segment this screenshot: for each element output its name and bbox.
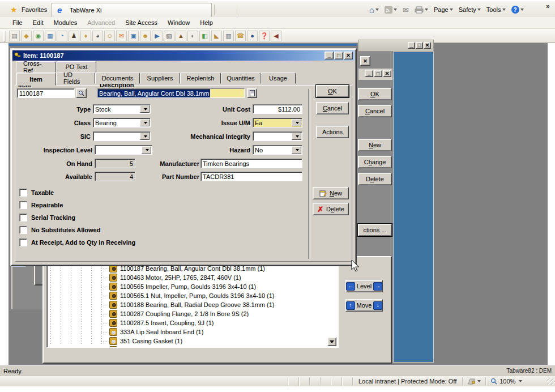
close-icon[interactable]: ✕	[424, 42, 431, 49]
receive-hand-icon[interactable]: ▶	[152, 31, 163, 41]
zoom-control[interactable]: 100%	[486, 378, 527, 385]
chevron-down-icon[interactable]	[140, 105, 150, 113]
chevron-down-icon[interactable]	[142, 146, 151, 154]
type-select[interactable]: Stock	[93, 104, 151, 114]
close-icon[interactable]: ✕	[344, 52, 353, 59]
bg-change-button[interactable]: Change	[358, 156, 392, 168]
tab-ud-fields[interactable]: UD Fields	[56, 73, 95, 84]
new-record-icon[interactable]: ▤	[9, 31, 20, 41]
level-right-arrow-icon[interactable]: →	[373, 282, 382, 291]
menu-window[interactable]: Window	[163, 18, 194, 27]
tools-menu[interactable]: Tools	[484, 6, 508, 14]
employee-icon[interactable]: ☺	[104, 31, 115, 41]
resize-grip[interactable]	[547, 378, 554, 385]
part-number-field[interactable]: TACDR381	[200, 172, 302, 181]
move-button[interactable]: ↑ Move ↓	[345, 299, 383, 312]
handtruck-icon[interactable]: ◣	[211, 31, 222, 41]
close-icon[interactable]: ✕	[360, 56, 370, 66]
new-button[interactable]: New	[313, 187, 349, 199]
info-icon[interactable]: ●	[247, 31, 258, 41]
delete-button[interactable]: ✗ Delete	[313, 203, 349, 215]
drum-icon[interactable]: ◐	[187, 31, 198, 41]
maximize-icon[interactable]: □	[416, 42, 423, 49]
page-menu[interactable]: Page	[432, 6, 455, 14]
favorites-star-icon[interactable]: ★	[10, 5, 18, 14]
cancel-button[interactable]: Cancel	[316, 102, 349, 114]
bg-new-button[interactable]: New	[358, 139, 392, 151]
read-mail-button[interactable]: ✉	[400, 5, 411, 15]
tree-item[interactable]: 1100463 Motor, 25HP, 1765, 284T, 460V (1…	[101, 273, 241, 282]
checkbox-box[interactable]	[19, 226, 27, 234]
checkbox-box[interactable]	[19, 189, 27, 197]
level-button[interactable]: ← Level →	[345, 280, 383, 292]
home-button[interactable]: ⌂	[367, 5, 381, 15]
menu-modules[interactable]: Modules	[49, 18, 82, 27]
open-folder-icon[interactable]: ◆	[21, 31, 32, 41]
tree-item[interactable]: 1100287.5 Insert, Coupling, 9J (1)	[101, 318, 214, 327]
requisition-icon[interactable]: ▣	[128, 31, 139, 41]
menu-site-access[interactable]: Site Access	[121, 18, 162, 27]
parts-bag-icon[interactable]: ♦	[80, 31, 91, 41]
tab-suppliers[interactable]: Suppliers	[140, 73, 180, 84]
item-dialog-titlebar[interactable]: Item: 1100187 _ □ ✕	[12, 50, 355, 61]
zone-flag-button[interactable]	[463, 378, 485, 385]
scrollbar-down-button[interactable]	[327, 337, 336, 346]
minimize-icon[interactable]: _	[365, 70, 373, 77]
tree-item[interactable]: 122 Pump Shaft (1)	[101, 346, 174, 348]
purchase-order-icon[interactable]: ✉	[116, 31, 127, 41]
checkbox-box[interactable]	[19, 214, 27, 221]
storeroom-icon[interactable]: ▲	[176, 31, 186, 41]
tree-item[interactable]: 1100188 Bearing, Ball, Radial Deep Groov…	[101, 300, 275, 309]
help-menu[interactable]: ?	[509, 5, 526, 14]
menu-help[interactable]: Help	[195, 18, 217, 27]
stopwatch-icon[interactable]: ◕	[92, 31, 103, 41]
save-icon[interactable]: ▦	[45, 31, 56, 41]
item-lookup-button[interactable]	[76, 88, 87, 98]
item-number-field[interactable]: 1100187	[17, 88, 75, 98]
checkbox-serial-tracking[interactable]: Serial Tracking	[19, 211, 135, 224]
world-sphere-icon[interactable]: ◔	[57, 31, 67, 41]
unit-cost-field[interactable]: $112.00	[253, 104, 302, 114]
maximize-icon[interactable]: □	[334, 52, 343, 59]
chevron-down-icon[interactable]	[140, 133, 150, 140]
toolbar-overflow-chevron[interactable]: »	[546, 2, 550, 10]
toolbar-grip[interactable]	[3, 31, 6, 41]
computer-icon[interactable]: ▧	[164, 31, 174, 41]
minimize-icon[interactable]: _	[408, 42, 415, 49]
mechanical-integrity-select[interactable]	[253, 131, 302, 141]
tab-replenish[interactable]: Replenish	[180, 73, 221, 84]
checkbox-repairable[interactable]: Repairable	[19, 199, 135, 211]
actions-button[interactable]: Actions	[316, 126, 349, 138]
tree-item[interactable]: 333A Lip Seal Inboard End (1)	[101, 327, 203, 336]
inspection-level-select[interactable]	[95, 145, 152, 155]
people-icon[interactable]: ☻	[140, 31, 151, 41]
hazard-select[interactable]: No	[253, 145, 302, 155]
tree-item[interactable]: 351 Casing Gasket (1)	[101, 336, 182, 346]
printer-icon[interactable]: ▥	[223, 31, 234, 41]
checkbox-no-substitutes-allowed[interactable]: No Substitutes Allowed	[19, 224, 135, 236]
tree-item[interactable]: 1100565.1 Nut, Impeller, Pump, Goulds 31…	[101, 291, 275, 300]
tab-cross-ref[interactable]: Cross-Ref	[16, 61, 56, 73]
exit-icon[interactable]: ◀	[271, 31, 281, 41]
checkbox-taxable[interactable]: Taxable	[19, 186, 135, 199]
menu-file[interactable]: File	[8, 18, 27, 27]
menu-edit[interactable]: Edit	[28, 18, 48, 27]
feeds-button[interactable]	[382, 6, 399, 14]
tab-documents[interactable]: Documents	[95, 73, 140, 84]
tree-item[interactable]: 1100287 Coupling Flange, 2 1/8 In Bore 9…	[101, 309, 249, 318]
chevron-down-icon[interactable]	[292, 146, 301, 154]
tab-item[interactable]: Item	[16, 73, 56, 86]
maximize-icon[interactable]: □	[374, 70, 382, 77]
checkbox-box[interactable]	[19, 238, 27, 246]
ok-button[interactable]: OK	[316, 85, 349, 97]
bom-tree-list[interactable]: 1100187 Bearing, Ball, Angular Cont Dbl …	[46, 259, 339, 348]
description-notes-button[interactable]	[247, 88, 257, 98]
close-icon[interactable]: ✕	[383, 70, 391, 77]
print-button[interactable]	[412, 6, 430, 14]
tree-item[interactable]: 1100565 Impeller, Pump, Goulds 3196 3x4-…	[101, 282, 256, 291]
tab-po-text[interactable]: PO Text	[57, 61, 96, 73]
bg-actions-button[interactable]: ctions ...	[358, 224, 392, 236]
equipment-icon[interactable]: ♟	[69, 31, 79, 41]
level-left-arrow-icon[interactable]: ←	[346, 282, 355, 291]
tab-usage[interactable]: Usage	[261, 73, 296, 84]
